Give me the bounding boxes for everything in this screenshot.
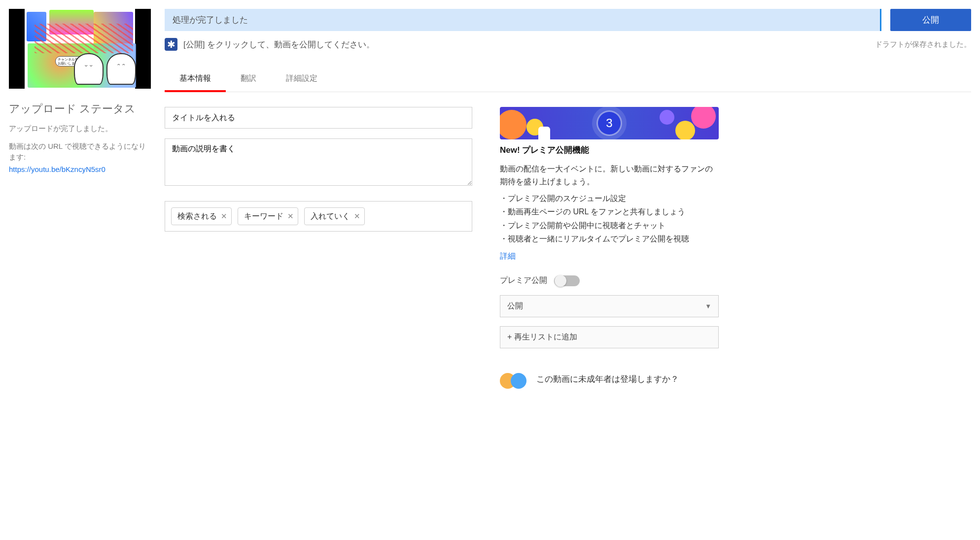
premiere-bullet: ・動画再生ページの URL をファンと共有しましょう — [500, 205, 719, 218]
upload-status-done: アップロードが完了しました。 — [9, 123, 151, 134]
minors-question-text: この動画に未成年者は登場しますか？ — [536, 373, 679, 385]
premiere-promo-banner: 3 — [500, 107, 719, 139]
tags-input[interactable]: 検索される ✕ キーワード ✕ 入れていく ✕ — [165, 201, 472, 232]
premiere-details-link[interactable]: 詳細 — [500, 251, 516, 262]
upload-status-heading: アップロード ステータス — [9, 101, 151, 116]
chevron-down-icon: ▼ — [705, 303, 711, 310]
close-icon[interactable]: ✕ — [287, 212, 294, 221]
hint-badge-icon: ✱ — [165, 38, 177, 51]
close-icon[interactable]: ✕ — [354, 212, 360, 221]
tab-advanced[interactable]: 詳細設定 — [271, 67, 332, 92]
tag-chip-label: 入れていく — [311, 211, 350, 222]
premiere-toggle[interactable] — [554, 275, 580, 286]
title-input[interactable] — [165, 107, 472, 129]
minors-avatar-icon — [500, 370, 527, 389]
add-to-playlist-button[interactable]: + 再生リストに追加 — [500, 326, 719, 348]
tag-chip[interactable]: 検索される ✕ — [171, 207, 232, 225]
visibility-select[interactable]: 公開 ▼ — [500, 295, 719, 317]
publish-button[interactable]: 公開 — [890, 9, 971, 31]
tag-chip[interactable]: キーワード ✕ — [238, 207, 298, 225]
countdown-icon: 3 — [598, 112, 621, 135]
premiere-promo-title: New! プレミア公開機能 — [500, 144, 719, 156]
premiere-toggle-label: プレミア公開 — [500, 275, 547, 286]
premiere-promo-lede: 動画の配信を一大イベントに。新しい動画に対するファンの期待を盛り上げましょう。 — [500, 163, 719, 188]
publish-hint-text: [公開] をクリックして、動画を公開してください。 — [183, 39, 375, 50]
add-to-playlist-label: + 再生リストに追加 — [507, 332, 577, 342]
premiere-bullet: ・視聴者と一緒にリアルタイムでプレミア公開を視聴 — [500, 232, 719, 245]
draft-saved-text: ドラフトが保存されました。 — [875, 40, 971, 49]
premiere-bullet: ・プレミア公開前や公開中に視聴者とチャット — [500, 219, 719, 232]
video-url-link[interactable]: https://youtu.be/bKzncyN5sr0 — [9, 165, 151, 173]
visibility-value: 公開 — [507, 301, 523, 311]
tab-basic-info[interactable]: 基本情報 — [165, 67, 226, 92]
tag-chip[interactable]: 入れていく ✕ — [304, 207, 365, 225]
close-icon[interactable]: ✕ — [221, 212, 227, 221]
tag-chip-label: キーワード — [244, 211, 283, 222]
premiere-bullet: ・プレミア公開のスケジュール設定 — [500, 192, 719, 205]
video-thumbnail[interactable]: チャンネル登録お願いします ᵕ ᵕ おねがいしょ ᵔ ᵔ — [9, 9, 151, 89]
upload-status-url-intro: 動画は次の URL で視聴できるようになります: — [9, 141, 151, 163]
tag-chip-label: 検索される — [177, 211, 217, 222]
processing-status-bar: 処理が完了しました — [165, 9, 881, 31]
description-input[interactable] — [165, 138, 472, 186]
tab-translation[interactable]: 翻訳 — [226, 67, 271, 92]
